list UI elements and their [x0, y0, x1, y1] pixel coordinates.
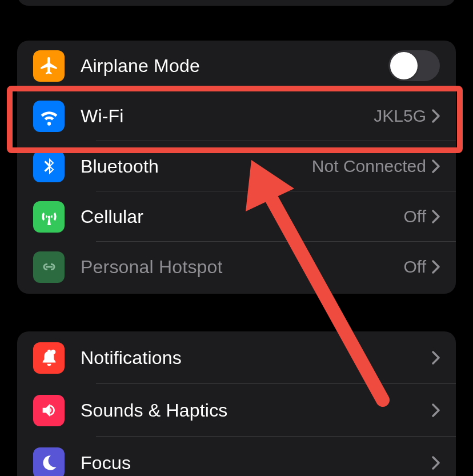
- personal-hotspot-row[interactable]: Personal Hotspot Off: [17, 242, 456, 292]
- hotspot-value: Off: [404, 257, 426, 277]
- network-settings-group: Airplane Mode Wi-Fi JKL5G Bluetooth Not …: [17, 41, 456, 294]
- chevron-right-icon: [432, 403, 440, 417]
- airplane-mode-label: Airplane Mode: [81, 55, 200, 77]
- airplane-icon: [33, 50, 65, 82]
- hotspot-icon: [33, 251, 65, 283]
- airplane-mode-toggle[interactable]: [388, 50, 440, 81]
- airplane-mode-row[interactable]: Airplane Mode: [17, 41, 456, 91]
- wifi-row[interactable]: Wi-Fi JKL5G: [17, 91, 456, 141]
- focus-icon: [33, 447, 65, 477]
- bluetooth-value: Not Connected: [312, 157, 426, 176]
- chevron-right-icon: [432, 351, 440, 365]
- notifications-row[interactable]: Notifications: [17, 331, 456, 384]
- notifications-icon: [33, 342, 65, 374]
- sounds-row[interactable]: Sounds & Haptics: [17, 384, 456, 437]
- settings-screen: Airplane Mode Wi-Fi JKL5G Bluetooth Not …: [0, 0, 473, 476]
- wifi-icon: [33, 101, 65, 132]
- previous-group-peek: [17, 0, 456, 6]
- cellular-value: Off: [404, 207, 426, 226]
- sounds-icon: [33, 395, 65, 426]
- cellular-icon: [33, 201, 65, 233]
- notifications-settings-group: Notifications Sounds & Haptics Focus: [17, 331, 456, 476]
- bluetooth-label: Bluetooth: [81, 156, 159, 177]
- wifi-value: JKL5G: [374, 106, 426, 126]
- wifi-label: Wi-Fi: [81, 106, 124, 127]
- bluetooth-icon: [33, 151, 65, 182]
- sounds-label: Sounds & Haptics: [81, 400, 228, 421]
- chevron-right-icon: [432, 210, 440, 223]
- hotspot-label: Personal Hotspot: [81, 257, 223, 278]
- focus-row[interactable]: Focus: [17, 437, 456, 476]
- chevron-right-icon: [432, 260, 440, 274]
- chevron-right-icon: [432, 109, 440, 123]
- chevron-right-icon: [432, 456, 440, 470]
- bluetooth-row[interactable]: Bluetooth Not Connected: [17, 141, 456, 191]
- focus-label: Focus: [81, 453, 131, 474]
- svg-point-0: [50, 350, 55, 355]
- notifications-label: Notifications: [81, 347, 182, 369]
- chevron-right-icon: [432, 159, 440, 173]
- cellular-label: Cellular: [81, 206, 143, 227]
- cellular-row[interactable]: Cellular Off: [17, 191, 456, 242]
